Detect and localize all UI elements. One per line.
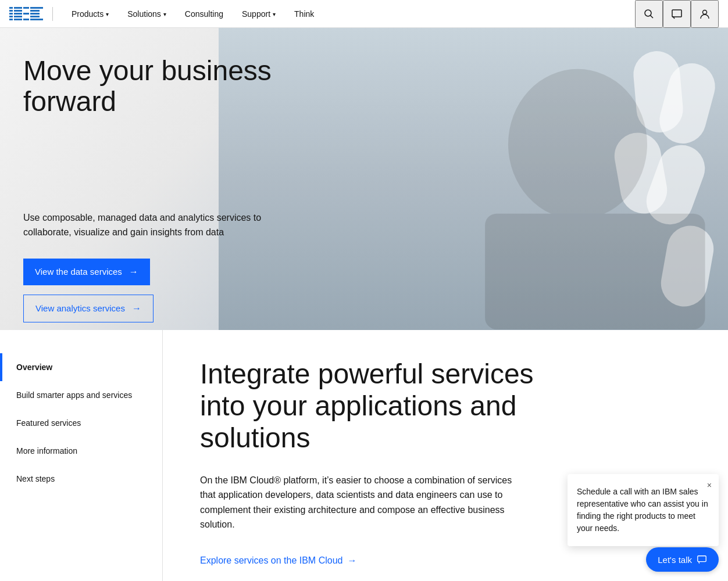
main-nav: Products ▾ Solutions ▾ Consulting Suppor… [0,0,728,28]
lets-talk-button[interactable]: Let's talk [646,547,719,572]
svg-rect-9 [14,19,22,20]
svg-rect-24 [698,556,706,562]
svg-rect-17 [30,19,43,20]
svg-rect-8 [14,16,22,17]
nav-consulting[interactable]: Consulting [176,0,233,28]
svg-rect-14 [30,10,40,12]
view-data-services-button[interactable]: View the data services → [23,259,150,285]
chat-close-button[interactable]: × [707,481,712,489]
user-button[interactable] [691,0,719,28]
hero-title: Move your business forward [23,56,279,117]
svg-rect-6 [14,10,22,12]
svg-point-18 [645,10,651,16]
explore-services-link[interactable]: Explore services on the IBM Cloud → [200,555,356,566]
svg-rect-1 [9,10,13,12]
sidebar-item-build-smarter[interactable]: Build smarter apps and services [0,381,162,409]
svg-rect-7 [14,13,22,15]
search-button[interactable] [635,0,663,28]
nav-think[interactable]: Think [285,0,323,28]
hero-content: Move your business forward Use composabl… [0,28,302,330]
nav-icons [635,0,719,28]
chat-bubble-icon [697,554,707,565]
content-title: Integrate powerful services into your ap… [200,358,549,454]
sidebar-item-next-steps[interactable]: Next steps [0,465,162,493]
svg-rect-12 [23,19,29,20]
nav-products[interactable]: Products ▾ [62,0,118,28]
chat-button[interactable] [663,0,691,28]
user-icon [699,8,711,20]
chat-icon [671,8,683,20]
hero-subtitle: Use composable, managed data and analyti… [23,210,279,240]
hero-section: Move your business forward Use composabl… [0,28,728,330]
svg-rect-3 [9,16,13,17]
content-body: On the IBM Cloud® platform, it’s easier … [200,473,526,532]
svg-rect-16 [30,16,40,17]
sidebar-item-featured-services[interactable]: Featured services [0,409,162,437]
svg-rect-0 [9,7,13,9]
svg-rect-2 [9,13,13,15]
chat-widget: × Schedule a call with an IBM sales repr… [568,474,719,546]
svg-rect-11 [23,13,29,15]
sidebar: Overview Build smarter apps and services… [0,330,163,581]
svg-rect-13 [30,7,43,9]
svg-rect-4 [9,19,13,20]
arrow-right-icon: → [129,267,138,277]
nav-items: Products ▾ Solutions ▾ Consulting Suppor… [62,0,635,28]
arrow-right-icon: → [132,303,141,314]
sidebar-item-overview[interactable]: Overview [0,353,162,381]
svg-rect-5 [14,7,22,9]
hero-buttons: View the data services → View analytics … [23,259,279,322]
chat-widget-text: Schedule a call with an IBM sales repres… [577,486,709,535]
svg-point-21 [703,10,707,14]
svg-point-22 [508,69,647,220]
nav-divider [52,7,53,21]
svg-rect-20 [672,10,681,17]
svg-line-19 [651,15,654,18]
svg-rect-23 [485,214,705,329]
sidebar-item-more-information[interactable]: More information [0,437,162,465]
svg-rect-10 [23,7,29,9]
svg-rect-15 [30,13,40,15]
chevron-down-icon: ▾ [106,11,109,17]
nav-solutions[interactable]: Solutions ▾ [118,0,176,28]
ibm-logo[interactable] [9,7,43,20]
chevron-down-icon: ▾ [163,11,166,17]
chevron-down-icon: ▾ [273,11,276,17]
search-icon [643,8,655,20]
nav-support[interactable]: Support ▾ [233,0,285,28]
arrow-right-icon: → [347,555,356,566]
view-analytics-services-button[interactable]: View analytics services → [23,295,154,322]
